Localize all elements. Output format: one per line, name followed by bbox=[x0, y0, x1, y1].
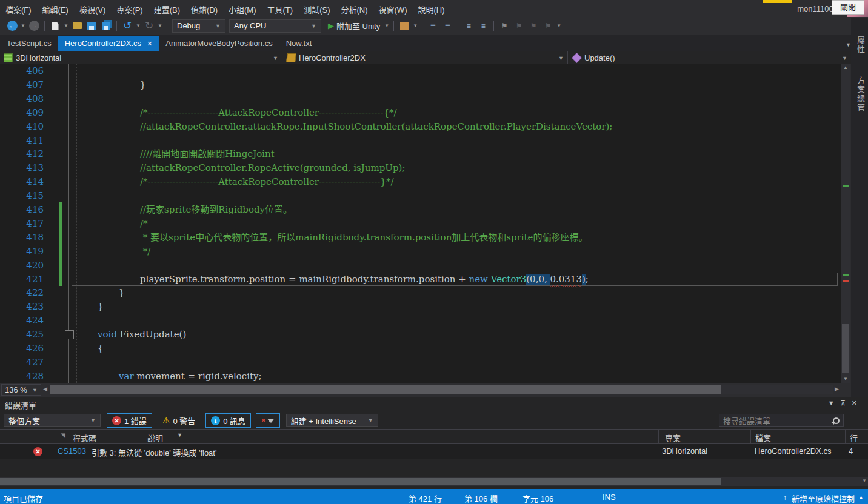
code-line-426[interactable]: 426{ bbox=[0, 342, 841, 356]
menu-item-2[interactable]: 檢視(V) bbox=[74, 0, 111, 19]
code-line-421[interactable]: 421playerSprite.transform.position = mai… bbox=[0, 273, 841, 287]
increase-indent-icon[interactable]: ≣ bbox=[441, 19, 454, 33]
vertical-scroll-thumb[interactable] bbox=[842, 324, 849, 373]
fold-collapse-icon[interactable]: − bbox=[65, 330, 74, 339]
undo-icon[interactable]: ↺ bbox=[121, 19, 134, 33]
code-line-406[interactable]: 406 bbox=[0, 64, 841, 78]
document-tab-2[interactable]: AnimatorMoveBodyPosition.cs bbox=[159, 36, 279, 51]
scroll-up-icon[interactable]: ▲ bbox=[841, 64, 850, 71]
error-search-input[interactable]: 搜尋錯誤清單 bbox=[719, 414, 844, 427]
project-column-header[interactable]: 專案 bbox=[665, 432, 681, 443]
toggle-bookmark-icon[interactable]: ⚑ bbox=[498, 19, 511, 33]
menu-item-0[interactable]: 檔案(F) bbox=[0, 0, 37, 19]
code-column-header[interactable]: 程式碼 bbox=[73, 432, 96, 443]
redo-icon[interactable]: ↻ bbox=[142, 19, 156, 33]
description-column-header[interactable]: 說明 bbox=[147, 432, 163, 443]
menu-item-7[interactable]: 工具(T) bbox=[262, 0, 299, 19]
menu-item-1[interactable]: 編輯(E) bbox=[37, 0, 74, 19]
menu-item-6[interactable]: 小組(M) bbox=[223, 0, 262, 19]
find-dropdown[interactable]: ▼ bbox=[412, 19, 418, 33]
uncomment-icon[interactable]: ≡ bbox=[476, 19, 490, 33]
clear-bookmarks-icon[interactable]: ⚑ bbox=[541, 19, 555, 33]
new-project-icon[interactable] bbox=[48, 19, 62, 33]
document-tab-3[interactable]: Now.txt bbox=[279, 36, 319, 51]
window-menu-icon[interactable]: ▼ bbox=[828, 399, 841, 406]
warnings-filter-button[interactable]: ⚠ 0 警告 bbox=[157, 413, 201, 428]
code-line-427[interactable]: 427 bbox=[0, 356, 841, 370]
menu-item-10[interactable]: 視窗(W) bbox=[373, 0, 413, 19]
menu-item-11[interactable]: 說明(H) bbox=[412, 0, 450, 19]
tab-list-dropdown-icon[interactable]: ▼ bbox=[846, 42, 851, 48]
error-list-scroll-thumb[interactable] bbox=[0, 478, 721, 485]
tab-properties[interactable]: 屬性 bbox=[855, 36, 866, 55]
clear-filter-button[interactable]: ✕ bbox=[256, 413, 280, 428]
navigate-back-button[interactable]: ← bbox=[5, 19, 19, 33]
scroll-left-icon[interactable]: ◀ bbox=[43, 386, 47, 392]
document-tab-1[interactable]: HeroController2DX.cs✕ bbox=[58, 36, 159, 51]
editor-vertical-scrollbar[interactable]: ▲ ▼ bbox=[841, 64, 850, 383]
menu-item-5[interactable]: 偵錯(D) bbox=[185, 0, 223, 19]
code-line-419[interactable]: 419 */ bbox=[0, 245, 841, 259]
solution-config-combo[interactable]: Debug▼ bbox=[172, 19, 225, 33]
menu-item-4[interactable]: 建置(B) bbox=[149, 0, 185, 19]
code-line-408[interactable]: 408 bbox=[0, 92, 841, 106]
next-bookmark-icon[interactable]: ⚑ bbox=[527, 19, 540, 33]
source-control-expand-icon[interactable]: ▲ bbox=[858, 494, 864, 500]
messages-filter-button[interactable]: i 0 訊息 bbox=[205, 413, 251, 428]
save-all-icon[interactable] bbox=[99, 19, 113, 33]
menu-item-8[interactable]: 測試(S) bbox=[298, 0, 335, 19]
code-line-425[interactable]: 425−void FixedUpdate() bbox=[0, 328, 841, 342]
code-line-412[interactable]: 412////離開地面開啟關閉HingeJoint bbox=[0, 147, 841, 161]
code-line-410[interactable]: 410//attackRopeController.attackRope.Inp… bbox=[0, 120, 841, 134]
code-line-428[interactable]: 428var movement = rigid.velocity; bbox=[0, 370, 841, 383]
decrease-indent-icon[interactable]: ≣ bbox=[426, 19, 439, 33]
scroll-right-icon[interactable]: ▶ bbox=[835, 386, 839, 392]
error-list-scroll-down-icon[interactable]: ▼ bbox=[862, 478, 867, 483]
navigate-back-dropdown[interactable]: ▼ bbox=[20, 19, 26, 33]
tab-close-icon[interactable]: ✕ bbox=[147, 40, 152, 47]
type-dropdown[interactable]: HeroController2DX ▼ bbox=[283, 51, 568, 64]
error-list-horizontal-scrollbar[interactable]: ▼ bbox=[0, 477, 868, 486]
code-line-415[interactable]: 415 bbox=[0, 189, 841, 203]
close-panel-icon[interactable]: ✕ bbox=[852, 399, 863, 406]
code-line-409[interactable]: 409/*-----------------------AttackRopeCo… bbox=[0, 106, 841, 120]
undo-dropdown[interactable]: ▼ bbox=[135, 19, 141, 33]
open-file-icon[interactable] bbox=[70, 19, 84, 33]
save-icon[interactable] bbox=[85, 19, 98, 33]
run-target-dropdown[interactable]: ▼ bbox=[384, 19, 390, 33]
error-row[interactable]: ✕ CS1503 引數 3: 無法從 'double' 轉換成 'float' … bbox=[0, 444, 868, 459]
error-code-link[interactable]: CS1503 bbox=[58, 446, 86, 456]
previous-bookmark-icon[interactable]: ⚑ bbox=[512, 19, 526, 33]
file-column-header[interactable]: 檔案 bbox=[755, 432, 771, 443]
toolbar-overflow-dropdown[interactable]: ▼ bbox=[556, 19, 562, 33]
horizontal-scroll-thumb[interactable] bbox=[50, 385, 721, 394]
code-line-423[interactable]: 423} bbox=[0, 300, 841, 314]
menu-item-9[interactable]: 分析(N) bbox=[335, 0, 373, 19]
code-line-417[interactable]: 417/* bbox=[0, 217, 841, 231]
code-line-420[interactable]: 420 bbox=[0, 259, 841, 273]
editor-horizontal-scrollbar[interactable] bbox=[50, 385, 833, 394]
navigate-forward-button[interactable]: → bbox=[27, 19, 41, 33]
pin-icon[interactable]: ⊼ bbox=[841, 399, 852, 406]
new-project-dropdown[interactable]: ▼ bbox=[63, 19, 69, 33]
code-line-407[interactable]: 407} bbox=[0, 78, 841, 92]
zoom-combo[interactable]: 136 % ▼ bbox=[1, 384, 41, 396]
scroll-down-icon[interactable]: ▼ bbox=[841, 375, 850, 383]
platform-combo[interactable]: Any CPU▼ bbox=[229, 19, 321, 33]
start-debug-icon[interactable]: ▶ bbox=[328, 21, 334, 30]
scope-combo[interactable]: 整個方案▼ bbox=[4, 414, 101, 427]
code-line-411[interactable]: 411 bbox=[0, 134, 841, 148]
member-dropdown[interactable]: Update() ▼ bbox=[569, 51, 851, 64]
comment-icon[interactable]: ≡ bbox=[462, 19, 475, 33]
severity-column-icon[interactable]: ◥ bbox=[61, 432, 65, 439]
add-to-source-control-button[interactable]: 新增至原始檔控制 bbox=[792, 492, 855, 504]
code-line-418[interactable]: 418 * 要以sprite中心代表物的位置，所以mainRigidbody.t… bbox=[0, 231, 841, 245]
code-line-416[interactable]: 416//玩家sprite移動到Rigidbody位置。 bbox=[0, 203, 841, 217]
tab-solution-explorer[interactable]: 方案總管 bbox=[855, 76, 866, 113]
project-dropdown[interactable]: 3DHorizontal ▼ bbox=[0, 51, 282, 64]
errors-filter-button[interactable]: ✕ 1 錯誤 bbox=[107, 413, 152, 428]
menu-item-3[interactable]: 專案(P) bbox=[111, 0, 148, 19]
build-intellisense-combo[interactable]: 組建 + IntelliSense▼ bbox=[286, 414, 378, 427]
document-tab-0[interactable]: TestScript.cs bbox=[0, 36, 58, 51]
attach-to-unity-button[interactable]: 附加至 Unity bbox=[336, 20, 380, 31]
